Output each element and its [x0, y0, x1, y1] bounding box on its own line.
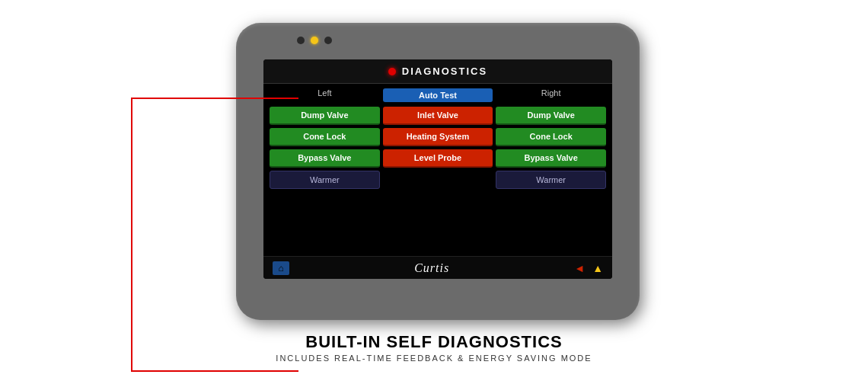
center-level-probe-btn[interactable]: Level Probe — [383, 149, 493, 168]
led-1 — [297, 37, 305, 44]
button-row-1: Dump Valve Inlet Valve Dump Valve — [270, 107, 606, 125]
column-headers: Left Auto Test Right — [270, 88, 606, 102]
button-row-3: Bypass Valve Level Probe Bypass Valve — [270, 149, 606, 168]
led-3 — [324, 37, 332, 44]
status-dot — [388, 68, 396, 75]
screen-title: DIAGNOSTICS — [402, 66, 487, 77]
bottom-subtitle: INCLUDES REAL-TIME FEEDBACK & ENERGY SAV… — [0, 354, 868, 363]
warmer-spacer — [383, 171, 493, 189]
brand-label: Curtis — [414, 261, 449, 275]
right-cone-lock-btn[interactable]: Cone Lock — [496, 128, 606, 146]
center-inlet-valve-btn[interactable]: Inlet Valve — [383, 107, 493, 125]
bottom-text-block: BUILT-IN SELF DIAGNOSTICS INCLUDES REAL-… — [0, 332, 868, 363]
device-screen: DIAGNOSTICS Left Auto Test Right Dump Va… — [263, 59, 612, 279]
callout-bracket — [131, 98, 298, 372]
back-arrow-icon[interactable]: ◄ — [574, 262, 585, 274]
led-2 — [311, 37, 318, 44]
led-group — [297, 37, 332, 44]
right-bypass-valve-btn[interactable]: Bypass Valve — [496, 149, 606, 168]
right-dump-valve-btn[interactable]: Dump Valve — [496, 107, 606, 125]
warmer-row: Warmer Warmer — [270, 171, 606, 189]
screen-header: DIAGNOSTICS — [263, 59, 612, 84]
center-heating-system-btn[interactable]: Heating System — [383, 128, 493, 146]
screen-footer: ⌂ Curtis ◄ ▲ — [263, 256, 612, 279]
nav-arrows: ◄ ▲ — [574, 262, 603, 274]
screen-content: Left Auto Test Right Dump Valve Inlet Va… — [263, 84, 612, 194]
bottom-title: BUILT-IN SELF DIAGNOSTICS — [0, 332, 868, 352]
col-right-label: Right — [496, 88, 606, 102]
right-warmer-btn[interactable]: Warmer — [496, 171, 606, 189]
button-row-2: Cone Lock Heating System Cone Lock — [270, 128, 606, 146]
warning-arrow-icon[interactable]: ▲ — [592, 262, 603, 274]
col-center-label[interactable]: Auto Test — [383, 88, 493, 102]
